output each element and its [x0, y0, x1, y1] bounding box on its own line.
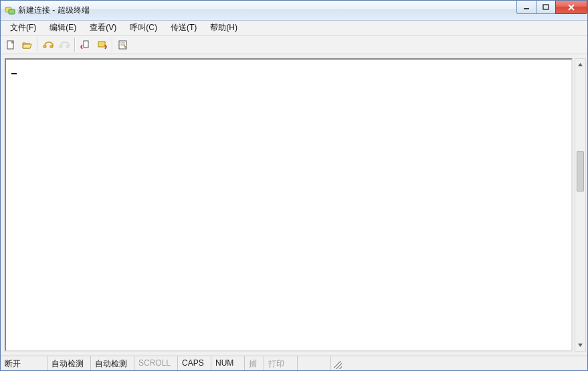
minimize-icon: [523, 4, 530, 11]
toolbar-separator: [74, 38, 76, 52]
toolbar-send[interactable]: [78, 38, 93, 52]
toolbar-new[interactable]: [3, 38, 18, 52]
minimize-button[interactable]: [516, 1, 536, 14]
terminal-frame: [5, 58, 573, 352]
maximize-button[interactable]: [536, 1, 556, 14]
status-print: 打印: [264, 356, 298, 370]
terminal-output[interactable]: [6, 60, 571, 350]
status-num: NUM: [211, 356, 245, 370]
open-folder-icon: [21, 40, 32, 50]
phone-disconnect-icon: [59, 40, 70, 50]
maximize-icon: [543, 4, 549, 11]
svg-rect-1: [9, 9, 15, 14]
menu-transfer[interactable]: 传送(T): [164, 21, 203, 35]
properties-icon: [118, 40, 128, 50]
vertical-scrollbar[interactable]: [575, 58, 586, 352]
toolbar-receive[interactable]: [94, 38, 109, 52]
phone-connect-icon: [43, 40, 54, 50]
menu-help[interactable]: 帮助(H): [203, 21, 244, 35]
menu-view[interactable]: 查看(V): [83, 21, 123, 35]
chevron-up-icon: [577, 62, 583, 68]
svg-rect-12: [98, 42, 105, 47]
svg-marker-16: [578, 63, 583, 66]
toolbar-separator: [37, 38, 38, 52]
toolbar-properties[interactable]: [116, 38, 130, 52]
svg-rect-7: [43, 46, 46, 48]
close-button[interactable]: [555, 1, 587, 14]
svg-rect-11: [84, 41, 88, 48]
menu-file[interactable]: 文件(F): [3, 21, 43, 35]
text-cursor: [11, 73, 17, 74]
new-file-icon: [5, 40, 16, 50]
menu-bar: 文件(F) 编辑(E) 查看(V) 呼叫(C) 传送(T) 帮助(H): [1, 21, 587, 35]
client-area: [1, 54, 587, 356]
window-title: 新建连接 - 超级终端: [18, 5, 517, 16]
title-bar[interactable]: 新建连接 - 超级终端: [1, 1, 587, 21]
status-filler: [298, 356, 331, 370]
menu-call[interactable]: 呼叫(C): [123, 21, 164, 35]
status-bar: 断开 自动检测 自动检测 SCROLL CAPS NUM 捕 打印: [1, 356, 587, 370]
status-autodetect-2: 自动检测: [91, 356, 134, 370]
toolbar-open[interactable]: [19, 38, 34, 52]
status-scroll: SCROLL: [134, 356, 178, 370]
scroll-up-arrow[interactable]: [575, 59, 585, 70]
scrollbar-track[interactable]: [575, 70, 585, 340]
status-autodetect-1: 自动检测: [47, 356, 91, 370]
toolbar-connect[interactable]: [41, 38, 56, 52]
status-caps: CAPS: [178, 356, 211, 370]
svg-rect-2: [524, 8, 529, 9]
window-controls: [517, 1, 587, 14]
svg-rect-10: [66, 46, 69, 48]
toolbar-separator: [112, 38, 113, 52]
close-icon: [567, 4, 575, 11]
svg-rect-3: [543, 5, 549, 9]
svg-rect-9: [60, 46, 62, 48]
svg-marker-17: [578, 344, 583, 347]
receive-file-icon: [96, 40, 107, 50]
menu-edit[interactable]: 编辑(E): [43, 21, 83, 35]
status-capture: 捕: [245, 356, 264, 370]
scrollbar-thumb[interactable]: [577, 151, 584, 192]
resize-grip[interactable]: [331, 356, 343, 370]
chevron-down-icon: [577, 342, 583, 348]
app-window: 新建连接 - 超级终端 文件(F) 编辑(E) 查看(V) 呼叫(C) 传送(T…: [0, 0, 588, 371]
send-file-icon: [80, 40, 91, 50]
toolbar-disconnect[interactable]: [57, 38, 72, 52]
app-icon: [5, 5, 15, 16]
status-connection: 断开: [1, 356, 47, 370]
toolbar: [1, 35, 587, 54]
svg-rect-8: [50, 46, 53, 48]
scroll-down-arrow[interactable]: [575, 340, 585, 351]
